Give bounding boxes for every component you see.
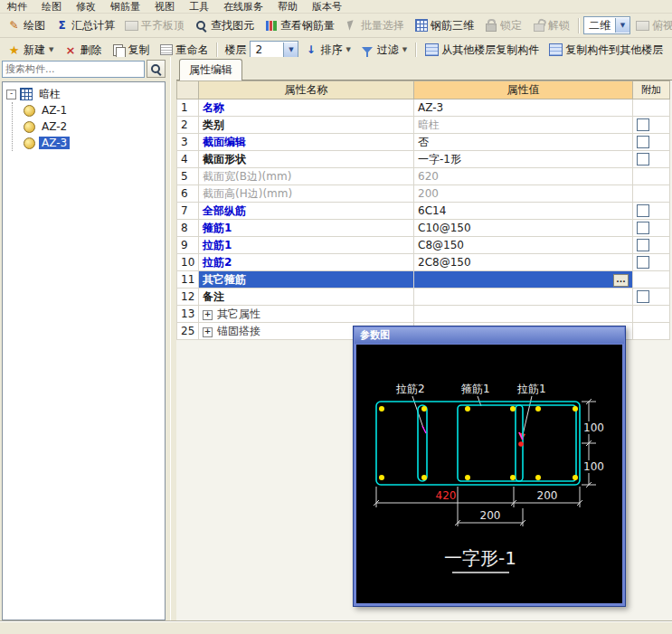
- menu-item-help[interactable]: 帮助: [278, 0, 298, 14]
- view-mode-value: 二维: [584, 18, 615, 33]
- toolbar-separator: [415, 43, 417, 58]
- property-value: 200: [414, 185, 633, 203]
- rename-button[interactable]: 重命名: [155, 41, 213, 59]
- view-rebar-qty-button[interactable]: 查看钢筋量: [260, 16, 339, 34]
- table-row-tiebar1: 9 拉筋1 C8@150: [177, 237, 670, 254]
- rebar-3d-button[interactable]: 钢筋三维: [410, 16, 478, 34]
- property-value[interactable]: 一字-1形: [414, 151, 633, 168]
- sum-calc-button[interactable]: Σ 汇总计算: [51, 16, 119, 34]
- property-name[interactable]: 其它箍筋: [199, 271, 414, 289]
- property-value[interactable]: 暗柱: [414, 117, 633, 134]
- menu-item-rebar-qty[interactable]: 钢筋量: [110, 0, 140, 14]
- menu-item-view[interactable]: 视图: [155, 0, 175, 14]
- tree-item-az1[interactable]: AZ-1: [13, 102, 163, 118]
- table-header-row: 属性名称 属性值 附加: [177, 81, 670, 99]
- tiebar1-label: 拉筋1: [516, 383, 546, 395]
- tree-item-az2[interactable]: AZ-2: [13, 118, 163, 135]
- expand-icon[interactable]: +: [203, 310, 213, 320]
- property-name[interactable]: 截面形状: [199, 151, 414, 168]
- property-value[interactable]: 否: [414, 134, 633, 151]
- unlock-label: 解锁: [548, 18, 570, 33]
- menu-item-modify[interactable]: 修改: [76, 0, 96, 14]
- search-input[interactable]: [2, 61, 145, 78]
- property-name[interactable]: 全部纵筋: [199, 203, 414, 220]
- menu-item-draw[interactable]: 绘图: [42, 0, 62, 14]
- delete-button[interactable]: × 删除: [59, 41, 106, 59]
- attach-checkbox[interactable]: [637, 136, 649, 148]
- attach-checkbox[interactable]: [637, 204, 649, 217]
- lock-button[interactable]: 锁定: [479, 16, 526, 34]
- menu-item-online-service[interactable]: 在线服务: [223, 0, 263, 14]
- attach-checkbox[interactable]: [637, 118, 649, 131]
- find-element-button[interactable]: 查找图元: [190, 16, 259, 34]
- search-button[interactable]: [147, 60, 166, 78]
- property-value[interactable]: C10@150: [414, 220, 633, 237]
- menu-item-tools[interactable]: 工具: [189, 0, 209, 14]
- property-name[interactable]: 拉筋2: [199, 254, 414, 271]
- top-view-button[interactable]: 俯视: [631, 16, 672, 34]
- table-row-category: 2 类别 暗柱: [177, 117, 670, 134]
- attach-checkbox[interactable]: [637, 290, 649, 303]
- property-value[interactable]: C8@150: [414, 237, 633, 254]
- tree-item-az3[interactable]: AZ-3: [13, 135, 163, 151]
- attach-checkbox[interactable]: [637, 256, 649, 269]
- component-icon: [24, 121, 35, 133]
- property-name[interactable]: 截面编辑: [199, 134, 414, 151]
- group-row[interactable]: +其它属性: [199, 306, 414, 323]
- property-value[interactable]: AZ-3: [414, 99, 633, 117]
- rename-icon: [160, 44, 173, 55]
- tree-item-label: AZ-1: [39, 104, 70, 117]
- floor-label: 楼层: [222, 43, 249, 58]
- property-name[interactable]: 名称: [199, 99, 414, 117]
- attach-header: 附加: [633, 81, 670, 99]
- chevron-down-icon[interactable]: ▼: [283, 43, 298, 57]
- menu-item-version[interactable]: 版本号: [312, 0, 342, 14]
- chevron-down-icon[interactable]: ▼: [615, 18, 629, 33]
- tab-property-edit[interactable]: 属性编辑: [179, 59, 242, 80]
- dim-100-bottom: 100: [583, 460, 604, 473]
- dim-200-right: 200: [537, 489, 558, 502]
- table-row-tiebar2: 10 拉筋2 2C8@150: [177, 254, 670, 271]
- copy-button[interactable]: 复制: [107, 41, 154, 59]
- draw-button[interactable]: ✎ 绘图: [3, 16, 50, 34]
- view-mode-combo[interactable]: 二维 ▼: [583, 16, 630, 34]
- sort-button[interactable]: ↓ 排序 ▼: [299, 41, 355, 59]
- menu-item-component[interactable]: 构件: [7, 0, 27, 14]
- filter-button[interactable]: 过滤 ▼: [356, 41, 412, 59]
- table-row-remarks: 12 备注: [177, 289, 670, 306]
- draw-label: 绘图: [24, 18, 45, 33]
- component-icon: [24, 137, 35, 149]
- table-row-section-height: 6 截面高(H边)(mm) 200: [177, 185, 670, 203]
- copy-from-other-floor-button[interactable]: 从其他楼层复制构件: [421, 41, 544, 59]
- toolbar-separator: [216, 43, 218, 58]
- property-value[interactable]: ...: [414, 271, 633, 289]
- align-slab-top-button[interactable]: 平齐板顶: [120, 16, 189, 34]
- parameter-window-titlebar[interactable]: 参数图: [355, 327, 624, 344]
- more-options-button[interactable]: ...: [613, 274, 629, 287]
- batch-select-button[interactable]: 批量选择: [340, 16, 409, 34]
- property-value[interactable]: 6C14: [414, 203, 633, 220]
- property-name[interactable]: 备注: [199, 289, 414, 306]
- attach-checkbox[interactable]: [637, 239, 649, 251]
- chevron-down-icon: ▼: [49, 46, 53, 53]
- property-value[interactable]: [414, 289, 633, 306]
- parameter-diagram-window[interactable]: 参数图: [353, 326, 626, 607]
- copy-to-other-floor-button[interactable]: 复制构件到其他楼层: [544, 41, 667, 59]
- property-name[interactable]: 拉筋1: [199, 237, 414, 254]
- tie-point-dot: [518, 441, 524, 447]
- property-name[interactable]: 箍筋1: [199, 220, 414, 237]
- property-name[interactable]: 类别: [199, 117, 414, 134]
- tree-root-row[interactable]: - 暗柱: [5, 86, 163, 102]
- unlock-button[interactable]: 解锁: [527, 16, 574, 34]
- new-button[interactable]: ★ 新建 ▼: [3, 41, 58, 59]
- leader-lines: [412, 396, 532, 439]
- collapse-icon[interactable]: -: [6, 90, 16, 99]
- floor-combo[interactable]: 2 ▼: [250, 41, 298, 59]
- view-rebar-qty-label: 查看钢筋量: [280, 18, 335, 33]
- property-value[interactable]: 2C8@150: [414, 254, 633, 271]
- sort-label: 排序: [320, 43, 342, 58]
- attach-checkbox[interactable]: [637, 153, 649, 166]
- expand-icon[interactable]: +: [203, 327, 213, 337]
- copy-icon: [113, 44, 123, 56]
- attach-checkbox[interactable]: [637, 222, 649, 234]
